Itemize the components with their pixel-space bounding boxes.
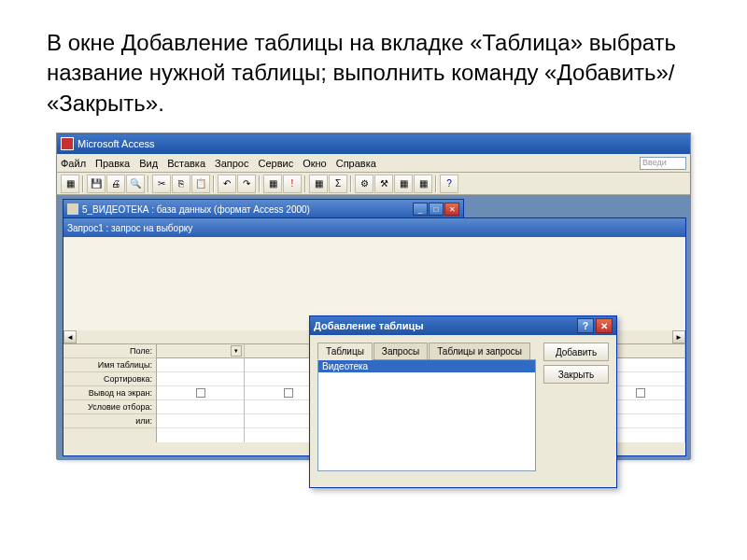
label-field: Поле: [63,344,156,358]
paste-button[interactable]: 📋 [191,175,210,193]
menu-tools[interactable]: Сервис [258,158,293,169]
help-search-input[interactable]: Введи [640,157,686,170]
label-table: Имя таблицы: [63,358,156,372]
query-window-title: Запрос1 : запрос на выборку [67,223,192,233]
access-screenshot: Microsoft Access Файл Правка Вид Вставка… [56,133,691,459]
label-or: или: [63,414,156,428]
menu-insert[interactable]: Вставка [167,158,205,169]
run-button[interactable]: ! [283,175,302,193]
add-button[interactable]: Добавить [543,343,609,361]
new-object-button[interactable]: ▦ [414,175,432,193]
scroll-left-icon[interactable]: ◄ [63,330,77,343]
label-show: Вывод на экран: [63,386,156,400]
show-checkbox-6[interactable] [636,388,645,398]
add-table-dialog[interactable]: Добавление таблицы ? ✕ Таблицы Запросы Т… [309,315,617,488]
menu-query[interactable]: Запрос [215,158,248,169]
list-item-videoteka[interactable]: Видеотека [318,360,535,372]
db-window-title: 5_ВИДЕОТЕКА : база данных (формат Access… [82,204,310,215]
standard-toolbar: ▦ 💾 🖨 🔍 ✂ ⎘ 📋 ↶ ↷ ▦ ! ▦ Σ ⚙ ⚒ ▦ ▦ ? [57,173,690,195]
tab-queries[interactable]: Запросы [374,343,428,359]
app-titlebar: Microsoft Access [57,133,690,154]
help-button[interactable]: ? [440,175,458,193]
dialog-title: Добавление таблицы [314,320,424,331]
query-window-titlebar[interactable]: Запрос1 : запрос на выборку [63,218,685,237]
menu-edit[interactable]: Правка [95,158,130,169]
access-app-icon [61,137,74,150]
db-maximize-button[interactable]: □ [429,203,444,216]
menu-help[interactable]: Справка [336,158,376,169]
totals-button[interactable]: Σ [329,175,347,193]
print-button[interactable]: 🖨 [106,175,125,193]
tables-listbox[interactable]: Видеотека [317,359,536,471]
label-criteria: Условие отбора: [63,400,156,414]
label-sort: Сортировка: [63,372,156,386]
tab-tables[interactable]: Таблицы [317,343,373,360]
db-close-button[interactable]: ✕ [444,203,459,216]
dialog-titlebar[interactable]: Добавление таблицы ? ✕ [310,316,616,335]
save-button[interactable]: 💾 [87,175,106,193]
show-checkbox-1[interactable] [196,388,205,398]
dialog-close-button[interactable]: ✕ [596,318,613,333]
tab-both[interactable]: Таблицы и запросы [429,343,530,359]
dialog-help-button[interactable]: ? [577,318,594,333]
view-button[interactable]: ▦ [61,175,79,193]
query-type-button[interactable]: ▦ [263,175,282,193]
menubar: Файл Правка Вид Вставка Запрос Сервис Ок… [57,154,690,173]
preview-button[interactable]: 🔍 [126,175,145,193]
scroll-right-icon[interactable]: ► [672,330,685,343]
undo-button[interactable]: ↶ [218,175,236,193]
build-button[interactable]: ⚒ [374,175,393,193]
menu-file[interactable]: Файл [61,158,86,169]
show-table-button[interactable]: ▦ [309,175,328,193]
grid-column-1[interactable]: ▾ [157,344,245,442]
slide-instruction-text: В окне Добавление таблицы на вкладке «Та… [0,0,747,133]
dialog-tabs: Таблицы Запросы Таблицы и запросы [317,343,536,359]
db-window-titlebar[interactable]: 5_ВИДЕОТЕКА : база данных (формат Access… [63,200,463,218]
close-button[interactable]: Закрыть [543,365,609,384]
database-window[interactable]: 5_ВИДЕОТЕКА : база данных (формат Access… [63,199,464,219]
db-window-button[interactable]: ▦ [394,175,413,193]
grid-row-labels: Поле: Имя таблицы: Сортировка: Вывод на … [63,344,157,442]
db-minimize-button[interactable]: _ [413,203,428,216]
cut-button[interactable]: ✂ [152,175,171,193]
field-dropdown-icon[interactable]: ▾ [231,345,242,357]
db-window-icon [67,203,78,215]
redo-button[interactable]: ↷ [237,175,256,193]
show-checkbox-2[interactable] [284,388,293,398]
copy-button[interactable]: ⎘ [172,175,190,193]
menu-view[interactable]: Вид [139,158,158,169]
app-title: Microsoft Access [78,138,155,149]
menu-window[interactable]: Окно [303,158,327,169]
properties-button[interactable]: ⚙ [355,175,374,193]
